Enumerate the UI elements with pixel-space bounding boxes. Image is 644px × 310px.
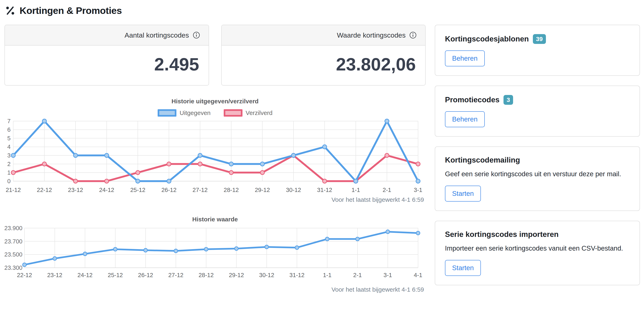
svg-text:25-12: 25-12: [130, 187, 146, 193]
stat-card-aantal-kortingscodes: Aantal kortingscodes 2.495: [4, 25, 209, 86]
info-icon[interactable]: [193, 32, 200, 39]
svg-text:23.500: 23.500: [4, 251, 22, 258]
sidebar-card-title-text: Kortingscodesjablonen: [445, 35, 529, 43]
sidebar-card-title: Kortingscodemailing: [445, 156, 630, 165]
count-badge: 3: [504, 95, 513, 105]
beheren-button[interactable]: Beheren: [445, 50, 485, 66]
sidebar-card-title-text: Promotiecodes: [445, 96, 500, 104]
svg-text:4-1: 4-1: [414, 272, 422, 278]
svg-text:4: 4: [7, 143, 10, 150]
starten-button[interactable]: Starten: [445, 186, 481, 202]
chart-last-updated: Voor het laatst bijgewerkt 4-1 6:59: [4, 196, 426, 203]
svg-text:24-12: 24-12: [99, 187, 114, 193]
svg-text:22-12: 22-12: [37, 187, 52, 193]
starten-button[interactable]: Starten: [445, 260, 481, 276]
legend-item-verzilverd[interactable]: Verzilverd: [224, 109, 273, 117]
svg-text:2-1: 2-1: [382, 187, 391, 193]
svg-text:26-12: 26-12: [138, 272, 153, 278]
legend-swatch-verzilverd: [224, 109, 242, 117]
svg-text:5: 5: [7, 135, 10, 141]
stat-value: 23.802,06: [222, 46, 426, 85]
svg-text:23-12: 23-12: [47, 272, 62, 278]
svg-text:28-12: 28-12: [198, 272, 214, 278]
svg-text:1-1: 1-1: [323, 272, 332, 278]
svg-text:22-12: 22-12: [17, 272, 32, 278]
sidebar-card-promotiecodes: Promotiecodes 3 Beheren: [435, 86, 640, 137]
svg-text:27-12: 27-12: [192, 187, 208, 193]
sidebar-card-serie-importeren: Serie kortingscodes importeren Importeer…: [435, 221, 640, 285]
svg-text:1-1: 1-1: [352, 187, 360, 193]
svg-text:21-12: 21-12: [6, 187, 21, 193]
svg-text:26-12: 26-12: [161, 187, 176, 193]
percent-icon: [5, 6, 15, 16]
sidebar-card-description: Geef een serie kortingscodes uit en vers…: [445, 170, 630, 178]
sidebar-card-title: Kortingscodesjablonen 39: [445, 34, 630, 44]
svg-text:28-12: 28-12: [224, 187, 239, 193]
sidebar: Kortingscodesjablonen 39 Beheren Promoti…: [435, 25, 640, 295]
svg-text:31-12: 31-12: [317, 187, 332, 193]
issued-redeemed-chart-canvas[interactable]: 0123456721-1222-1223-1224-1225-1226-1227…: [4, 119, 426, 195]
svg-text:25-12: 25-12: [108, 272, 123, 278]
svg-text:30-12: 30-12: [286, 187, 301, 193]
chart-legend: Uitgegeven Verzilverd: [4, 109, 426, 117]
svg-text:3-1: 3-1: [414, 187, 422, 193]
sidebar-card-kortingscodemailing: Kortingscodemailing Geef een serie korti…: [435, 146, 640, 211]
sidebar-card-title: Promotiecodes 3: [445, 95, 630, 105]
stat-label: Aantal kortingscodes: [124, 31, 189, 39]
svg-text:23.900: 23.900: [4, 225, 22, 231]
svg-text:7: 7: [7, 118, 10, 124]
sidebar-card-title: Serie kortingscodes importeren: [445, 230, 630, 239]
legend-swatch-uitgegeven: [158, 109, 176, 117]
svg-text:3: 3: [7, 152, 10, 159]
chart-last-updated: Voor het laatst bijgewerkt 4-1 6:59: [4, 286, 426, 293]
chart-title: Historie uitgegeven/verzilverd: [4, 98, 426, 105]
beheren-button[interactable]: Beheren: [445, 111, 485, 127]
stat-card-waarde-kortingscodes: Waarde kortingscodes 23.802,06: [221, 25, 426, 86]
layout: Aantal kortingscodes 2.495 Waarde kortin…: [4, 25, 640, 295]
svg-text:29-12: 29-12: [229, 272, 244, 278]
stat-value: 2.495: [5, 46, 208, 85]
svg-text:23-12: 23-12: [68, 187, 83, 193]
svg-text:30-12: 30-12: [259, 272, 274, 278]
svg-text:6: 6: [7, 126, 10, 133]
svg-text:3-1: 3-1: [384, 272, 392, 278]
svg-text:29-12: 29-12: [255, 187, 270, 193]
value-history-chart-canvas[interactable]: 23.30023.50023.70023.90022-1223-1224-122…: [4, 226, 426, 285]
legend-label: Uitgegeven: [180, 109, 211, 116]
stat-label: Waarde kortingscodes: [337, 31, 406, 39]
svg-text:0: 0: [7, 178, 10, 184]
info-icon[interactable]: [409, 32, 416, 39]
sidebar-card-title-text: Kortingscodemailing: [445, 156, 520, 165]
discounts-promotions-page: Kortingen & Promoties Aantal kortingscod…: [0, 0, 644, 295]
stats-row: Aantal kortingscodes 2.495 Waarde kortin…: [4, 25, 426, 86]
svg-text:2-1: 2-1: [353, 272, 362, 278]
legend-item-uitgegeven[interactable]: Uitgegeven: [158, 109, 211, 117]
page-title: Kortingen & Promoties: [20, 5, 122, 16]
svg-text:2: 2: [7, 161, 10, 167]
stat-card-header: Waarde kortingscodes: [222, 25, 426, 46]
page-header: Kortingen & Promoties: [5, 5, 640, 16]
count-badge: 39: [533, 34, 546, 44]
chart-history-value: Historie waarde 23.30023.50023.70023.900…: [4, 216, 426, 293]
chart-history-issued-redeemed: Historie uitgegeven/verzilverd Uitgegeve…: [4, 98, 426, 203]
legend-label: Verzilverd: [246, 109, 273, 116]
svg-text:23.300: 23.300: [4, 264, 22, 271]
main-column: Aantal kortingscodes 2.495 Waarde kortin…: [4, 25, 426, 293]
sidebar-card-kortingscodesjablonen: Kortingscodesjablonen 39 Beheren: [435, 25, 640, 76]
sidebar-card-title-text: Serie kortingscodes importeren: [445, 230, 558, 239]
svg-text:27-12: 27-12: [168, 272, 183, 278]
chart-title: Historie waarde: [4, 216, 426, 223]
sidebar-card-description: Importeer een serie kortingscodes vanuit…: [445, 244, 630, 252]
svg-text:1: 1: [7, 169, 10, 176]
svg-text:23.700: 23.700: [4, 238, 22, 245]
svg-text:24-12: 24-12: [78, 272, 92, 278]
stat-card-header: Aantal kortingscodes: [5, 25, 208, 46]
svg-text:31-12: 31-12: [289, 272, 304, 278]
